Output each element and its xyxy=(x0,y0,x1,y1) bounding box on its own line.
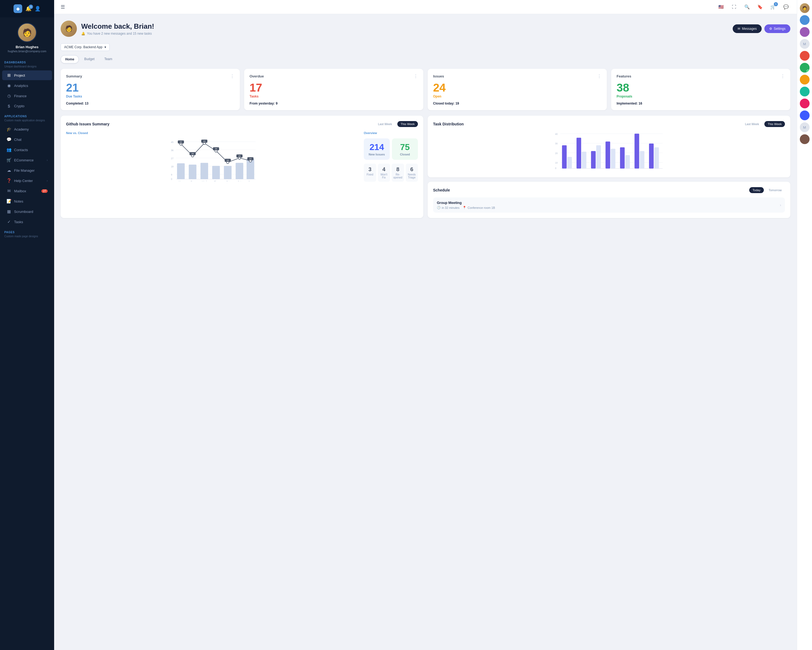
sidebar-top: ◈ 🔔 3 👤 xyxy=(0,0,54,17)
right-avatar-9[interactable] xyxy=(800,110,810,120)
task-last-week-btn[interactable]: Last Week xyxy=(742,121,762,127)
pages-section-sub: Custom made page designs xyxy=(0,235,54,240)
triage-number: 6 xyxy=(408,166,417,173)
schedule-event-info: Group Meeting 🕐 in 32 minutes 📍 Conferen… xyxy=(437,201,777,210)
sidebar-item-academy[interactable]: 🎓 Academy xyxy=(2,124,52,134)
stat-overdue-menu[interactable]: ⋮ xyxy=(414,74,418,79)
stat-issues-menu[interactable]: ⋮ xyxy=(597,74,601,79)
fullscreen-icon[interactable]: ⛶ xyxy=(730,3,739,11)
sidebar-item-analytics[interactable]: ◉ Analytics xyxy=(2,81,52,90)
right-avatar-5[interactable] xyxy=(800,63,810,73)
svg-text:Sun: Sun xyxy=(249,180,253,181)
sidebar-item-crypto[interactable]: $ Crypto xyxy=(2,101,52,111)
right-avatar-10[interactable]: M xyxy=(800,122,810,132)
new-issues-card: 214 New Issues xyxy=(364,138,390,160)
mini-stat-triage: 6 Needs Triage xyxy=(406,164,418,182)
task-distribution-card: Task Distribution Last Week This Week 40… xyxy=(427,116,791,177)
right-avatar-1[interactable] xyxy=(800,15,810,25)
right-avatar-7[interactable] xyxy=(800,87,810,96)
sidebar-item-contacts[interactable]: 👥 Contacts xyxy=(2,145,52,154)
settings-button[interactable]: ⚙ Settings xyxy=(765,24,791,33)
closed-issues-label: Closed xyxy=(400,153,410,156)
sidebar-item-mailbox[interactable]: ✉ Mailbox 27 xyxy=(2,186,52,196)
cart-icon[interactable]: 🛒 5 xyxy=(769,3,777,11)
svg-text:20: 20 xyxy=(555,152,558,154)
sidebar-item-analytics-label: Analytics xyxy=(14,84,28,88)
github-last-week-btn[interactable]: Last Week xyxy=(375,121,395,127)
svg-text:43: 43 xyxy=(203,140,205,142)
app-logo[interactable]: ◈ xyxy=(14,5,22,13)
finance-icon: ◷ xyxy=(6,93,11,98)
sidebar-item-scrumboard[interactable]: ▦ Scrumboard xyxy=(2,206,52,216)
svg-rect-16 xyxy=(224,166,231,179)
applications-section-sub: Custom made application designs xyxy=(0,119,54,124)
svg-rect-57 xyxy=(562,145,566,168)
sidebar-item-contacts-label: Contacts xyxy=(14,148,28,152)
svg-rect-60 xyxy=(582,151,586,168)
wontfix-number: 4 xyxy=(380,166,389,173)
right-avatar-4[interactable] xyxy=(800,51,810,61)
svg-text:Wed: Wed xyxy=(202,180,207,181)
right-avatar-11[interactable] xyxy=(800,134,810,144)
dashboards-section-label: DASHBOARDS xyxy=(0,57,54,65)
sidebar-item-project[interactable]: ⊞ Project xyxy=(2,70,52,80)
tab-home[interactable]: Home xyxy=(61,55,79,63)
right-avatar-8[interactable] xyxy=(800,99,810,109)
search-icon[interactable]: 🔍 xyxy=(743,3,751,11)
bookmark-icon[interactable]: 🔖 xyxy=(756,3,765,11)
github-card-title: Github Issues Summary xyxy=(66,122,109,126)
welcome-actions: ✉ Messages ⚙ Settings xyxy=(733,24,791,33)
project-selector[interactable]: ACME Corp. Backend App ▾ xyxy=(61,43,110,51)
tab-budget[interactable]: Budget xyxy=(80,55,99,63)
stat-features-number: 38 xyxy=(617,82,785,93)
flag-icon[interactable]: 🇺🇸 xyxy=(717,3,725,11)
stat-features-menu[interactable]: ⋮ xyxy=(781,74,785,79)
project-chevron-icon: ▾ xyxy=(104,45,106,49)
sidebar-user-avatar[interactable]: 🧑 xyxy=(17,23,37,42)
right-avatar-2[interactable] xyxy=(800,27,810,37)
svg-text:34: 34 xyxy=(215,148,217,150)
sidebar-item-notes[interactable]: 📝 Notes xyxy=(2,196,52,206)
user-icon[interactable]: 👤 xyxy=(35,6,41,12)
schedule-tomorrow-btn[interactable]: Tomorrow xyxy=(765,187,785,193)
schedule-today-btn[interactable]: Today xyxy=(749,187,763,193)
stat-summary-menu[interactable]: ⋮ xyxy=(230,74,234,79)
messages-button[interactable]: ✉ Messages xyxy=(733,24,762,33)
stat-card-issues: Issues ⋮ 24 Open Closed today: 19 xyxy=(427,69,607,110)
sidebar-item-filemanager[interactable]: ☁ File Manager xyxy=(2,165,52,175)
svg-rect-67 xyxy=(635,134,639,169)
task-this-week-btn[interactable]: This Week xyxy=(765,121,785,127)
welcome-title: Welcome back, Brian! xyxy=(81,22,154,31)
github-issues-card: Github Issues Summary Last Week This Wee… xyxy=(61,116,423,218)
welcome-header: 🧑 Welcome back, Brian! 🔔 You have 2 new … xyxy=(61,21,791,37)
right-avatar-3[interactable]: M xyxy=(800,39,810,49)
svg-rect-15 xyxy=(212,166,220,179)
sidebar-item-finance[interactable]: ◷ Finance xyxy=(2,91,52,101)
stat-overdue-label: Tasks xyxy=(250,95,418,98)
svg-rect-62 xyxy=(596,145,601,168)
svg-text:10: 10 xyxy=(555,161,558,164)
new-issues-label: New Issues xyxy=(369,153,385,156)
sidebar-item-tasks[interactable]: ✓ Tasks xyxy=(2,217,52,227)
svg-rect-13 xyxy=(189,165,196,179)
right-avatar-0[interactable]: 🧑 xyxy=(800,3,810,13)
project-label: ACME Corp. Backend App xyxy=(64,45,102,49)
sidebar-item-ecommerce[interactable]: 🛒 ECommerce › xyxy=(2,155,52,165)
svg-rect-61 xyxy=(591,151,596,168)
fixed-label: Fixed xyxy=(365,173,375,176)
mini-stat-wontfix: 4 Won't Fix xyxy=(378,164,390,182)
right-avatar-6[interactable] xyxy=(800,75,810,84)
notification-bell[interactable]: 🔔 3 xyxy=(26,6,31,12)
schedule-chevron-icon[interactable]: › xyxy=(780,203,781,207)
reopened-number: 8 xyxy=(393,166,403,173)
sidebar-item-helpcenter[interactable]: ❓ Help Center › xyxy=(2,176,52,185)
welcome-subtitle: 🔔 You have 2 new messages and 15 new tas… xyxy=(81,32,154,35)
tab-team[interactable]: Team xyxy=(100,55,116,63)
crypto-icon: $ xyxy=(6,104,11,109)
svg-rect-69 xyxy=(649,144,654,168)
chat-topbar-icon[interactable]: 💬 xyxy=(782,3,791,11)
settings-icon: ⚙ xyxy=(769,27,772,31)
hamburger-menu[interactable]: ☰ xyxy=(61,4,65,10)
github-this-week-btn[interactable]: This Week xyxy=(397,121,418,127)
sidebar-item-chat[interactable]: 💬 Chat xyxy=(2,135,52,144)
